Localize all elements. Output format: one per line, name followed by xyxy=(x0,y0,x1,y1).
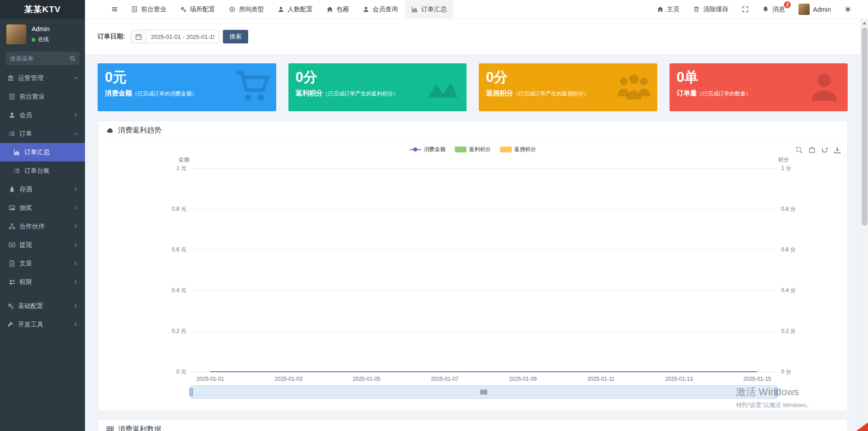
scrollbar[interactable] xyxy=(860,19,868,431)
sidebar-item-lottery[interactable]: 抽奖 xyxy=(0,199,85,217)
chart-legend: 消费金额 返利积分 返佣积分 xyxy=(98,146,847,153)
sidebar-item-base-config[interactable]: 基础配置 xyxy=(0,297,85,315)
nav-user[interactable]: Admin xyxy=(792,0,838,19)
stat-label: 返利积分 xyxy=(296,89,323,97)
rect-marker xyxy=(455,147,467,152)
search-button[interactable]: 搜索 xyxy=(223,30,248,43)
nav-item-capacity-config[interactable]: 人数配置 xyxy=(271,0,320,19)
nav-fullscreen[interactable] xyxy=(735,0,755,19)
toolbox-save-image-button[interactable] xyxy=(834,147,841,154)
home-icon xyxy=(657,6,664,13)
y-tick-label: 1 分 xyxy=(781,165,806,172)
stat-card-order-count[interactable]: 0单 订单量（已完成订单的数量） xyxy=(670,63,848,111)
sidebar-item-members[interactable]: 会员 xyxy=(0,106,85,124)
app-title: 某某KTV xyxy=(24,4,61,15)
stat-cards: 0元 消费金额（已完成订单的消费金额） 0分 返利积分（已完成订单产生的返利积分… xyxy=(98,63,848,111)
user-name: Admin xyxy=(32,25,50,33)
y-tick-label: 0.6 分 xyxy=(781,246,806,254)
sidebar-search xyxy=(5,52,80,65)
chevron-left-icon xyxy=(73,223,79,229)
cart-icon xyxy=(235,69,271,105)
nav-item-member-query[interactable]: 会员查询 xyxy=(356,0,405,19)
gears-icon xyxy=(180,6,187,13)
y-tick-label: 0.4 元 xyxy=(162,287,186,294)
sidebar-search-button[interactable] xyxy=(65,52,80,65)
y-tick-label: 0.6 元 xyxy=(162,246,186,254)
nav-item-frontdesk[interactable]: 前台营业 xyxy=(124,0,173,19)
y-tick-label: 0.8 元 xyxy=(162,205,186,213)
stat-card-commission-points[interactable]: 0分 返佣积分（已完成订单产生的返佣积分） xyxy=(479,63,657,111)
sidebar-item-withdraw[interactable]: 提现 xyxy=(0,236,85,254)
nav-item-room[interactable]: 包厢 xyxy=(320,0,356,19)
stat-note: （已完成订单的数量） xyxy=(697,90,751,97)
nav-item-venue-config[interactable]: 场所配置 xyxy=(173,0,222,19)
gridline xyxy=(191,209,777,209)
sidebar-item-dev-tools[interactable]: 开发工具 xyxy=(0,315,85,334)
toolbox-zoom-button[interactable] xyxy=(796,147,803,154)
nav-item-room-type[interactable]: 房间类型 xyxy=(222,0,271,19)
datazoom-slider[interactable] xyxy=(191,385,777,399)
calendar-icon xyxy=(135,33,142,40)
sidebar-item-articles[interactable]: 文章 xyxy=(0,254,85,273)
datazoom-grip[interactable] xyxy=(480,390,487,395)
y-tick-label: 0.2 元 xyxy=(162,327,186,335)
navbar-right: 主页 清除缓存 消息2 Admin xyxy=(650,0,868,19)
legend-item-commission[interactable]: 返佣积分 xyxy=(500,146,536,153)
toolbox-restore-button[interactable] xyxy=(821,147,828,154)
stat-label: 订单量 xyxy=(677,89,697,97)
data-panel-header: 消费返利数据 xyxy=(98,420,847,431)
sidebar-item-order-summary[interactable]: 订单汇总 xyxy=(0,143,85,161)
date-range-input[interactable] xyxy=(146,30,219,43)
trash-icon xyxy=(693,6,700,13)
toolbox-zoom-reset-button[interactable] xyxy=(808,147,816,154)
sidebar-item-order-ledger[interactable]: 订单台账 xyxy=(0,161,85,180)
legend-item-rebate[interactable]: 返利积分 xyxy=(455,146,491,153)
chart-panel-header: 消费返利趋势 xyxy=(98,121,847,140)
sidebar-item-permissions[interactable]: 权限 xyxy=(0,273,85,291)
datazoom-right-handle[interactable] xyxy=(774,388,778,397)
y-axis-name-right: 积分 xyxy=(771,156,796,164)
chevron-left-icon xyxy=(73,242,79,248)
sidebar-item-orders[interactable]: 订单 xyxy=(0,124,85,143)
sidebar-toggle-button[interactable] xyxy=(105,0,124,19)
sidebar-item-partners[interactable]: 合作伙伴 xyxy=(0,217,85,236)
main-content: 订单日期: 搜索 0元 消费金额（已完成订单的消费金额） 0分 返利积分（已完成… xyxy=(85,19,860,431)
image-icon xyxy=(9,204,15,211)
user-icon xyxy=(363,6,369,13)
y-axis-name-left: 金额 xyxy=(172,156,196,164)
sidebar-item-frontdesk[interactable]: 前台营业 xyxy=(0,87,85,106)
fullscreen-icon xyxy=(742,6,749,13)
chart-panel: 消费返利趋势 消费金额 返利积分 返佣积分 金额 积分 xyxy=(98,121,848,411)
scroll-thumb[interactable] xyxy=(862,28,868,226)
data-panel-title: 消费返利数据 xyxy=(118,425,161,431)
stat-card-consume-amount[interactable]: 0元 消费金额（已完成订单的消费金额） xyxy=(98,63,276,111)
chevron-left-icon xyxy=(73,279,79,285)
sidebar-item-operations[interactable]: 运营管理 xyxy=(0,69,85,87)
red-corner-mark xyxy=(856,422,868,431)
datazoom-left-handle[interactable] xyxy=(189,388,193,397)
line-marker xyxy=(410,147,421,152)
stat-card-rebate-points[interactable]: 0分 返利积分（已完成订单产生的返利积分） xyxy=(288,63,467,111)
home-icon xyxy=(326,6,333,13)
sidebar-search-input[interactable] xyxy=(5,52,65,65)
series-line-consume-amount xyxy=(210,371,757,372)
calendar-addon[interactable] xyxy=(131,30,146,43)
ledger-icon xyxy=(131,6,138,13)
nav-home[interactable]: 主页 xyxy=(650,0,686,19)
area-chart-icon xyxy=(425,69,461,105)
scroll-up-arrow[interactable] xyxy=(863,22,866,24)
app-logo[interactable]: 某某KTV xyxy=(0,0,85,19)
nav-messages[interactable]: 消息2 xyxy=(755,0,792,19)
x-tick-label: 2025-01-07 xyxy=(431,376,458,382)
nav-item-order-summary[interactable]: 订单汇总 xyxy=(405,0,453,19)
nav-clear-cache[interactable]: 清除缓存 xyxy=(686,0,735,19)
online-dot xyxy=(32,38,35,42)
legend-item-consume[interactable]: 消费金额 xyxy=(410,146,446,153)
user-status-label: 在线 xyxy=(38,36,49,43)
sidebar-item-wine-storage[interactable]: 存酒 xyxy=(0,180,85,199)
refresh-icon xyxy=(821,147,828,154)
nav-settings[interactable] xyxy=(838,0,858,19)
x-tick-label: 2025-01-05 xyxy=(353,376,380,382)
users-icon xyxy=(9,279,15,285)
gridline xyxy=(191,168,777,169)
